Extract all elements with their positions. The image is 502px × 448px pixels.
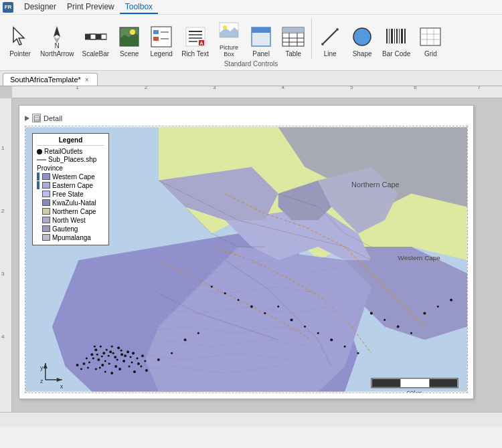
menu-print-preview[interactable]: Print Preview [62, 1, 120, 14]
svg-point-39 [336, 28, 339, 31]
legend-item-subplaces: Sub_Places.shp [37, 156, 104, 163]
legend-item-mp: Mpumalanga [37, 233, 104, 241]
svg-rect-49 [420, 28, 440, 45]
svg-rect-139 [429, 379, 457, 387]
legend-selection-fs [37, 190, 39, 198]
svg-point-70 [100, 346, 102, 348]
legend-swatch-fs [42, 191, 50, 197]
svg-point-114 [330, 338, 333, 341]
scalebar-icon [84, 25, 108, 49]
ruler-left: 1 2 3 4 [0, 98, 12, 412]
toolbar-richtext[interactable]: A Rich Text [177, 23, 213, 59]
toolbar: Pointer N NorthArrow [0, 15, 502, 71]
svg-rect-42 [389, 29, 390, 43]
ruler-left-tick-3: 3 [1, 271, 4, 277]
toolbar-pointer[interactable]: Pointer [4, 23, 36, 59]
ruler-top: 1 2 3 4 5 6 7 [12, 86, 502, 98]
toolbar-shape[interactable]: Shape [346, 23, 378, 59]
svg-point-78 [120, 350, 122, 352]
detail-band-icon [32, 114, 41, 122]
legend-item-ec: Eastern Cape [37, 181, 104, 189]
svg-point-74 [92, 358, 94, 360]
canvas-area: 1 2 3 4 5 6 7 1 2 3 4 Detail [0, 86, 502, 412]
svg-point-63 [112, 352, 114, 354]
svg-point-97 [82, 362, 85, 365]
legend-swatch-nc [42, 208, 50, 215]
ruler-tick-5: 5 [350, 86, 353, 90]
legend-swatch-retail [37, 149, 42, 154]
svg-point-86 [131, 362, 133, 364]
svg-point-96 [86, 358, 88, 360]
svg-point-104 [80, 368, 82, 370]
svg-point-77 [90, 353, 93, 356]
ruler-tick-6: 6 [414, 86, 416, 90]
table-icon [281, 25, 305, 49]
svg-text:A: A [199, 41, 203, 45]
svg-point-124 [397, 325, 400, 328]
toolbar-line[interactable]: Line [314, 23, 346, 59]
legend-label-mp: Mpumalanga [52, 234, 91, 241]
toolbar-legend[interactable]: Legend [145, 23, 177, 59]
scene-icon [117, 25, 141, 49]
menu-toolbox[interactable]: Toolbox [120, 1, 158, 14]
shape-icon [350, 25, 374, 49]
svg-point-82 [99, 367, 101, 369]
tab-label: SouthAfricaTemplate* [10, 76, 81, 84]
svg-point-85 [127, 350, 129, 353]
svg-point-88 [88, 362, 90, 364]
svg-rect-44 [394, 29, 395, 43]
toolbar-scene[interactable]: Scene [113, 23, 145, 59]
legend-swatch-ec [42, 182, 50, 189]
tab-close-button[interactable]: × [84, 76, 90, 84]
separator-1 [311, 19, 312, 59]
svg-rect-48 [404, 29, 406, 43]
toolbar-panel[interactable]: Panel [245, 23, 277, 59]
richtext-icon: A [183, 25, 207, 49]
legend-selection-ec [37, 181, 39, 189]
svg-point-75 [101, 364, 104, 366]
legend-item-gp: Gauteng [37, 225, 104, 233]
svg-point-95 [129, 366, 131, 368]
tab-bar: SouthAfricaTemplate* × [0, 71, 502, 86]
svg-point-94 [137, 362, 140, 365]
svg-point-79 [124, 354, 127, 357]
svg-point-103 [145, 369, 148, 372]
svg-point-115 [344, 346, 346, 348]
toolbar-barcode[interactable]: Bar Code [378, 23, 414, 59]
svg-rect-29 [252, 27, 270, 33]
ruler-tick-2: 2 [145, 86, 147, 90]
svg-rect-46 [399, 29, 400, 43]
legend-title: Legend [37, 136, 104, 146]
toolbar-northarrow[interactable]: N NorthArrow [36, 23, 78, 59]
svg-rect-43 [391, 29, 393, 43]
svg-rect-4 [85, 34, 90, 39]
legend-selection-nc [37, 207, 39, 215]
toolbar-scalebar[interactable]: ScaleBar [78, 23, 114, 59]
svg-point-113 [317, 332, 319, 334]
page: Detail [19, 105, 474, 399]
svg-point-112 [304, 326, 306, 328]
svg-rect-138 [401, 379, 430, 387]
svg-point-123 [384, 319, 386, 321]
legend-item-nc: Northern Cape [37, 207, 104, 215]
svg-text:z: z [40, 378, 44, 384]
toolbar-grid[interactable]: Grid [414, 23, 446, 59]
toolbar-picturebox[interactable]: Picture Box [213, 17, 245, 59]
svg-point-68 [111, 346, 113, 348]
svg-rect-137 [372, 379, 401, 387]
svg-point-38 [321, 43, 324, 45]
svg-point-105 [76, 364, 79, 366]
tab-southafrica[interactable]: SouthAfricaTemplate* × [3, 73, 98, 86]
legend-selection-wc [37, 173, 39, 181]
toolbar-table[interactable]: Table [277, 23, 309, 59]
legend-label-ec: Eastern Cape [52, 182, 93, 189]
toolbar-row: Pointer N NorthArrow [4, 17, 498, 59]
detail-band-label: Detail [44, 114, 62, 122]
svg-point-99 [141, 354, 144, 357]
svg-point-119 [171, 352, 173, 354]
legend-label-province: Province [37, 164, 63, 172]
menu-designer[interactable]: Designer [19, 1, 62, 14]
ruler-left-tick-4: 4 [1, 334, 4, 340]
svg-point-65 [104, 360, 106, 362]
panel-icon [249, 25, 273, 49]
